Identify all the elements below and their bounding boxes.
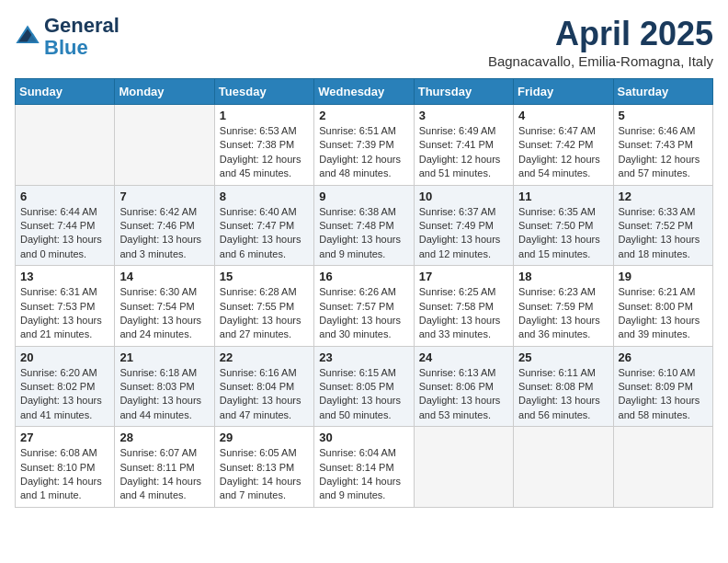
day-info: Sunrise: 6:10 AM Sunset: 8:09 PM Dayligh… [619,366,708,423]
day-info: Sunrise: 6:49 AM Sunset: 7:41 PM Dayligh… [419,124,508,181]
day-info: Sunrise: 6:18 AM Sunset: 8:03 PM Dayligh… [119,366,209,423]
calendar-cell: 29Sunrise: 6:05 AM Sunset: 8:13 PM Dayli… [214,427,313,508]
weekday-header: Wednesday [314,79,414,105]
calendar-cell: 2Sunrise: 6:51 AM Sunset: 7:39 PM Daylig… [314,105,414,186]
calendar-cell: 3Sunrise: 6:49 AM Sunset: 7:41 PM Daylig… [414,105,513,186]
day-number: 24 [419,350,508,364]
calendar-cell: 24Sunrise: 6:13 AM Sunset: 8:06 PM Dayli… [414,346,513,427]
day-number: 19 [619,270,708,283]
calendar-week-row: 27Sunrise: 6:08 AM Sunset: 8:10 PM Dayli… [16,427,713,508]
weekday-header: Tuesday [214,79,313,105]
day-info: Sunrise: 6:38 AM Sunset: 7:48 PM Dayligh… [319,205,408,262]
calendar-cell [514,427,613,508]
calendar-cell: 26Sunrise: 6:10 AM Sunset: 8:09 PM Dayli… [613,346,712,427]
day-info: Sunrise: 6:25 AM Sunset: 7:58 PM Dayligh… [419,285,508,342]
weekday-header: Saturday [613,79,712,105]
calendar-cell: 20Sunrise: 6:20 AM Sunset: 8:02 PM Dayli… [16,346,115,427]
calendar-cell: 27Sunrise: 6:08 AM Sunset: 8:10 PM Dayli… [16,427,115,508]
weekday-header: Monday [115,79,214,105]
logo: General Blue [15,15,119,59]
day-number: 6 [20,190,109,203]
calendar-cell: 23Sunrise: 6:15 AM Sunset: 8:05 PM Dayli… [314,346,414,427]
logo-text: General Blue [44,15,119,59]
calendar-cell: 8Sunrise: 6:40 AM Sunset: 7:47 PM Daylig… [214,185,313,266]
day-info: Sunrise: 6:23 AM Sunset: 7:59 PM Dayligh… [518,285,608,342]
day-info: Sunrise: 6:47 AM Sunset: 7:42 PM Dayligh… [518,124,608,181]
day-number: 9 [319,190,408,203]
day-info: Sunrise: 6:31 AM Sunset: 7:53 PM Dayligh… [20,285,109,342]
day-info: Sunrise: 6:42 AM Sunset: 7:46 PM Dayligh… [119,205,209,262]
weekday-header: Sunday [16,79,115,105]
calendar-week-row: 13Sunrise: 6:31 AM Sunset: 7:53 PM Dayli… [16,266,713,347]
day-info: Sunrise: 6:05 AM Sunset: 8:13 PM Dayligh… [220,446,309,503]
day-info: Sunrise: 6:16 AM Sunset: 8:04 PM Dayligh… [220,366,309,423]
day-info: Sunrise: 6:33 AM Sunset: 7:52 PM Dayligh… [619,205,708,262]
day-number: 29 [220,431,309,444]
calendar-week-row: 20Sunrise: 6:20 AM Sunset: 8:02 PM Dayli… [16,346,713,427]
day-number: 3 [419,109,508,122]
day-number: 2 [319,109,408,122]
day-info: Sunrise: 6:11 AM Sunset: 8:08 PM Dayligh… [518,366,608,423]
logo-icon [15,24,40,50]
day-number: 11 [518,190,608,203]
day-number: 10 [419,190,508,203]
day-info: Sunrise: 6:44 AM Sunset: 7:44 PM Dayligh… [20,205,109,262]
day-number: 17 [419,270,508,283]
day-number: 22 [220,350,309,364]
day-number: 5 [619,109,708,122]
calendar-cell: 18Sunrise: 6:23 AM Sunset: 7:59 PM Dayli… [514,266,613,347]
day-info: Sunrise: 6:13 AM Sunset: 8:06 PM Dayligh… [419,366,508,423]
location-title: Bagnacavallo, Emilia-Romagna, Italy [488,53,713,69]
calendar-table: SundayMondayTuesdayWednesdayThursdayFrid… [15,78,713,508]
day-number: 16 [319,270,408,283]
calendar-cell: 14Sunrise: 6:30 AM Sunset: 7:54 PM Dayli… [115,266,214,347]
day-number: 27 [20,431,109,444]
day-number: 21 [119,350,209,364]
day-number: 26 [619,350,708,364]
calendar-cell: 4Sunrise: 6:47 AM Sunset: 7:42 PM Daylig… [514,105,613,186]
weekday-header: Thursday [414,79,513,105]
day-number: 25 [518,350,608,364]
calendar-cell: 21Sunrise: 6:18 AM Sunset: 8:03 PM Dayli… [115,346,214,427]
day-info: Sunrise: 6:04 AM Sunset: 8:14 PM Dayligh… [319,446,408,503]
day-info: Sunrise: 6:40 AM Sunset: 7:47 PM Dayligh… [220,205,309,262]
calendar-cell: 13Sunrise: 6:31 AM Sunset: 7:53 PM Dayli… [16,266,115,347]
calendar-week-row: 6Sunrise: 6:44 AM Sunset: 7:44 PM Daylig… [16,185,713,266]
calendar-cell: 1Sunrise: 6:53 AM Sunset: 7:38 PM Daylig… [214,105,313,186]
day-number: 13 [20,270,109,283]
day-info: Sunrise: 6:46 AM Sunset: 7:43 PM Dayligh… [619,124,708,181]
day-info: Sunrise: 6:51 AM Sunset: 7:39 PM Dayligh… [319,124,408,181]
day-number: 8 [220,190,309,203]
calendar-week-row: 1Sunrise: 6:53 AM Sunset: 7:38 PM Daylig… [16,105,713,186]
calendar-cell: 25Sunrise: 6:11 AM Sunset: 8:08 PM Dayli… [514,346,613,427]
day-info: Sunrise: 6:30 AM Sunset: 7:54 PM Dayligh… [119,285,209,342]
weekday-header: Friday [514,79,613,105]
calendar-cell: 6Sunrise: 6:44 AM Sunset: 7:44 PM Daylig… [16,185,115,266]
day-number: 18 [518,270,608,283]
day-info: Sunrise: 6:21 AM Sunset: 8:00 PM Dayligh… [619,285,708,342]
day-info: Sunrise: 6:37 AM Sunset: 7:49 PM Dayligh… [419,205,508,262]
calendar-cell: 22Sunrise: 6:16 AM Sunset: 8:04 PM Dayli… [214,346,313,427]
day-info: Sunrise: 6:15 AM Sunset: 8:05 PM Dayligh… [319,366,408,423]
day-info: Sunrise: 6:20 AM Sunset: 8:02 PM Dayligh… [20,366,109,423]
calendar-cell: 30Sunrise: 6:04 AM Sunset: 8:14 PM Dayli… [314,427,414,508]
day-number: 14 [119,270,209,283]
calendar-cell [16,105,115,186]
calendar-cell: 9Sunrise: 6:38 AM Sunset: 7:48 PM Daylig… [314,185,414,266]
day-number: 28 [119,431,209,444]
weekday-header-row: SundayMondayTuesdayWednesdayThursdayFrid… [16,79,713,105]
day-number: 12 [619,190,708,203]
day-info: Sunrise: 6:28 AM Sunset: 7:55 PM Dayligh… [220,285,309,342]
day-number: 15 [220,270,309,283]
day-number: 30 [319,431,408,444]
day-info: Sunrise: 6:53 AM Sunset: 7:38 PM Dayligh… [220,124,309,181]
day-number: 23 [319,350,408,364]
day-info: Sunrise: 6:35 AM Sunset: 7:50 PM Dayligh… [518,205,608,262]
day-info: Sunrise: 6:08 AM Sunset: 8:10 PM Dayligh… [20,446,109,503]
day-number: 1 [220,109,309,122]
calendar-cell: 15Sunrise: 6:28 AM Sunset: 7:55 PM Dayli… [214,266,313,347]
day-number: 7 [119,190,209,203]
month-title: April 2025 [488,15,713,53]
calendar-cell: 5Sunrise: 6:46 AM Sunset: 7:43 PM Daylig… [613,105,712,186]
day-number: 20 [20,350,109,364]
